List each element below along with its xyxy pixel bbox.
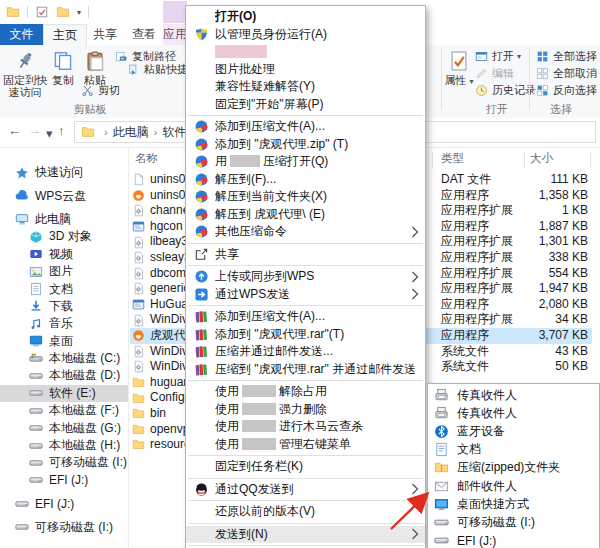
bluetooth-icon: [434, 424, 449, 439]
context-menu-item[interactable]: 解压到当前文件夹(X): [186, 188, 425, 206]
sidebar-item[interactable]: 本地磁盘 (C:): [0, 350, 128, 367]
context-menu-item[interactable]: 打开(O): [186, 8, 425, 26]
new-folder-icon[interactable]: [56, 5, 70, 19]
context-menu-item[interactable]: 兼容性疑难解答(Y): [186, 78, 425, 96]
sidebar-item[interactable]: 可移动磁盘 (I:): [0, 518, 128, 535]
send-to-item[interactable]: 邮件收件人: [428, 477, 599, 495]
tab-view[interactable]: 查看: [125, 24, 163, 45]
send-to-item[interactable]: 压缩(zipped)文件夹: [428, 459, 599, 477]
select-all-button[interactable]: 全部选择: [536, 49, 597, 64]
context-menu-item[interactable]: 固定到任务栏(K): [186, 458, 425, 476]
edit-button[interactable]: 编辑: [475, 66, 514, 81]
disk-icon: [29, 404, 43, 418]
breadcrumb-segment[interactable]: 此电脑: [113, 124, 149, 141]
context-menu-item[interactable]: 图片批处理: [186, 61, 425, 79]
open-button[interactable]: 打开 ▾: [475, 49, 521, 64]
context-menu-item[interactable]: 压缩到 "虎观代理.rar" 并通过邮件发送: [186, 361, 425, 379]
context-menu-item[interactable]: 使用管理右键菜单: [186, 436, 425, 454]
redacted-label: [215, 45, 267, 58]
send-to-item[interactable]: 传真收件人: [428, 386, 599, 404]
sidebar-item[interactable]: 本地磁盘 (D:): [0, 367, 128, 384]
menu-item-label: 解除占用: [279, 384, 327, 398]
invert-selection-button[interactable]: 反向选择: [536, 83, 597, 98]
tab-file[interactable]: 文件: [0, 24, 43, 45]
invert-selection-icon: [536, 84, 549, 97]
history-button[interactable]: 历史记录: [475, 83, 536, 98]
send-to-item[interactable]: 桌面快捷方式: [428, 495, 599, 513]
back-button[interactable]: ←: [8, 123, 21, 138]
send-to-item[interactable]: 可移动磁盘 (I:): [428, 513, 599, 531]
menu-separator: [188, 115, 423, 116]
sidebar-item[interactable]: 本地磁盘 (H:): [0, 437, 128, 454]
send-to-item[interactable]: 传真收件人: [428, 404, 599, 422]
send-to-item-label: 可移动磁盘 (I:): [457, 514, 535, 531]
sidebar-item[interactable]: 快速访问: [0, 164, 128, 181]
edit-pencil-icon: [475, 67, 488, 80]
sidebar-item[interactable]: 音乐: [0, 315, 128, 332]
disk-icon: [29, 421, 43, 435]
context-menu-item[interactable]: 解压到 虎观代理\ (E): [186, 206, 425, 224]
context-menu-item[interactable]: 上传或同步到WPS: [186, 268, 425, 286]
sidebar-item[interactable]: 软件 (E:): [0, 385, 128, 402]
context-menu-item[interactable]: 添加到压缩文件(A)...: [186, 308, 425, 326]
sidebar-item[interactable]: 桌面: [0, 333, 128, 350]
context-menu-item[interactable]: 使用解除占用: [186, 383, 425, 401]
context-menu-item[interactable]: 通过WPS发送: [186, 286, 425, 304]
context-menu-item[interactable]: 固定到"开始"屏幕(P): [186, 96, 425, 114]
pin-to-quick-access-button[interactable]: 固定到快速访问: [3, 47, 47, 113]
sidebar-item[interactable]: 3D 对象: [0, 228, 128, 245]
folder-icon[interactable]: [6, 5, 20, 19]
file-size: 554 KB: [460, 266, 588, 282]
cut-button[interactable]: 剪切: [81, 83, 120, 98]
column-header-name[interactable]: 名称: [135, 151, 158, 166]
tab-share[interactable]: 共享: [85, 24, 125, 45]
forward-button[interactable]: →: [28, 123, 41, 138]
context-menu-item[interactable]: 添加到 "虎观代理.rar"(T): [186, 326, 425, 344]
context-menu-item[interactable]: 添加到压缩文件(A)...: [186, 118, 425, 136]
redacted-text: [242, 420, 276, 432]
sidebar-item[interactable]: 本地磁盘 (G:): [0, 419, 128, 436]
context-menu-item[interactable]: 压缩并通过邮件发送...: [186, 343, 425, 361]
file-size: 1,301 KB: [460, 234, 588, 250]
sidebar-item[interactable]: 此电脑: [0, 211, 128, 228]
context-menu-item[interactable]: 使用进行木马云查杀: [186, 418, 425, 436]
context-menu-item[interactable]: 以管理员身份运行(A): [186, 26, 425, 44]
context-menu-item[interactable]: 用压缩打开(Q): [186, 153, 425, 171]
recent-locations-chevron-icon[interactable]: ▾: [46, 126, 53, 141]
location-folder-icon: [81, 125, 95, 139]
send-to-item[interactable]: 蓝牙设备: [428, 422, 599, 440]
zip360-icon: [194, 189, 209, 204]
sidebar-item[interactable]: EFI (J:): [0, 495, 128, 512]
context-menu-item[interactable]: 其他压缩命令: [186, 223, 425, 241]
context-menu-item[interactable]: 解压到(F)...: [186, 171, 425, 189]
properties-checkbox-icon[interactable]: [35, 5, 49, 19]
winrar-icon: [194, 309, 209, 324]
customize-toolbar-chevron-icon[interactable]: ▾: [77, 8, 81, 17]
menu-item-label: 添加到 "虎观代理.rar"(T): [215, 326, 344, 343]
context-menu-item[interactable]: 添加到 "虎观代理.zip" (T): [186, 136, 425, 154]
sidebar-item[interactable]: WPS云盘: [0, 187, 128, 204]
context-menu-item[interactable]: 共享: [186, 246, 425, 264]
menu-item-label: 还原以前的版本(V): [215, 503, 315, 520]
select-none-button[interactable]: 全部取消: [536, 66, 597, 81]
icon-slot: [194, 44, 209, 59]
sidebar-item[interactable]: 文档: [0, 280, 128, 297]
sidebar-item[interactable]: 下载: [0, 298, 128, 315]
sidebar-item[interactable]: 可移动磁盘 (I:): [0, 454, 128, 471]
column-header-size[interactable]: 大小: [530, 151, 553, 166]
icon-slot: [194, 97, 209, 112]
send-to-item[interactable]: EFI (J:): [428, 532, 599, 548]
cube-icon: [29, 230, 43, 244]
column-divider: [590, 152, 591, 168]
file-size: 2,080 KB: [460, 297, 588, 313]
sidebar-item[interactable]: 视频: [0, 246, 128, 263]
context-menu-item[interactable]: [186, 43, 425, 61]
column-header-type[interactable]: 类型: [441, 151, 464, 166]
sidebar-item[interactable]: EFI (J:): [0, 472, 128, 489]
tab-home[interactable]: 主页: [43, 24, 87, 46]
send-to-item[interactable]: 文档: [428, 441, 599, 459]
sidebar-item[interactable]: 本地磁盘 (F:): [0, 402, 128, 419]
context-menu-item[interactable]: 使用强力删除: [186, 401, 425, 419]
up-button[interactable]: ↑: [58, 123, 65, 138]
sidebar-item[interactable]: 图片: [0, 263, 128, 280]
